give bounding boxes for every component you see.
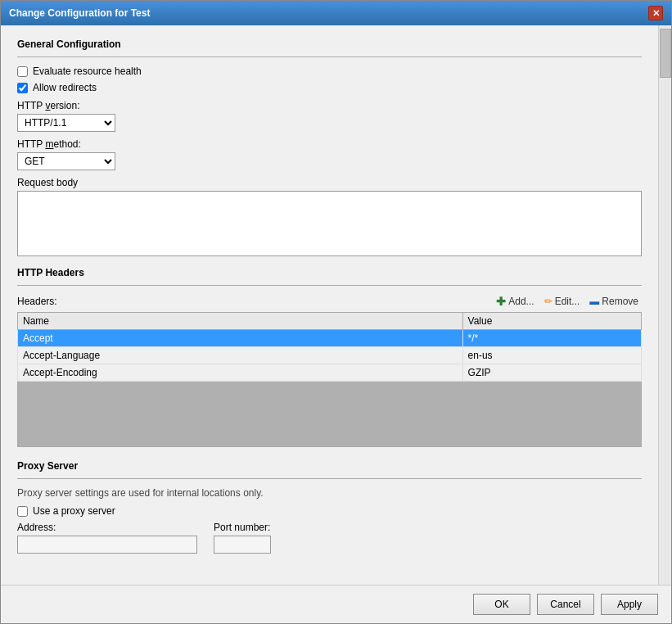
request-body-label: Request body bbox=[17, 177, 642, 188]
allow-redirects-label: Allow redirects bbox=[33, 82, 97, 93]
edit-label: Edit... bbox=[555, 296, 580, 307]
table-row[interactable]: Accept-Encoding GZIP bbox=[18, 364, 642, 382]
use-proxy-label: Use a proxy server bbox=[33, 505, 115, 517]
proxy-server-section: Proxy Server Proxy server settings are u… bbox=[17, 460, 642, 554]
proxy-description: Proxy server settings are used for inter… bbox=[17, 487, 642, 499]
evaluate-health-row: Evaluate resource health bbox=[17, 66, 642, 77]
headers-label: Headers: bbox=[17, 296, 57, 307]
address-field: Address: bbox=[17, 522, 197, 554]
http-headers-title: HTTP Headers bbox=[17, 267, 642, 278]
row-value: */* bbox=[462, 330, 641, 347]
evaluate-health-checkbox[interactable] bbox=[17, 66, 28, 77]
row-value: GZIP bbox=[462, 364, 641, 382]
row-name: Accept bbox=[18, 330, 463, 347]
row-name: Accept-Language bbox=[18, 347, 463, 364]
http-version-label: HTTP version: bbox=[17, 100, 642, 111]
scroll-content: General Configuration Evaluate resource … bbox=[1, 25, 658, 585]
headers-table: Name Value Accept */* Accept-Language en… bbox=[17, 312, 642, 447]
http-headers-section: HTTP Headers Headers: ✚ Add... ✏ Edit...… bbox=[17, 267, 642, 447]
table-empty-row bbox=[18, 382, 642, 447]
proxy-server-divider bbox=[17, 478, 642, 479]
http-method-label: HTTP method: bbox=[17, 138, 642, 150]
port-field: Port number: bbox=[214, 522, 271, 554]
port-label: Port number: bbox=[214, 522, 271, 533]
allow-redirects-checkbox[interactable] bbox=[17, 83, 28, 93]
general-config-title: General Configuration bbox=[17, 38, 642, 50]
http-headers-divider bbox=[17, 285, 642, 286]
apply-button[interactable]: Apply bbox=[601, 594, 658, 615]
evaluate-health-label: Evaluate resource health bbox=[33, 66, 142, 77]
remove-label: Remove bbox=[602, 296, 638, 307]
address-label: Address: bbox=[17, 522, 197, 533]
headers-toolbar: Headers: ✚ Add... ✏ Edit... ▬ Remove bbox=[17, 294, 642, 309]
scrollbar-track[interactable] bbox=[658, 25, 671, 585]
scrollbar-thumb[interactable] bbox=[660, 29, 671, 78]
use-proxy-row: Use a proxy server bbox=[17, 505, 642, 517]
row-name: Accept-Encoding bbox=[18, 364, 463, 382]
close-button[interactable]: ✕ bbox=[648, 6, 663, 20]
request-body-textarea[interactable] bbox=[17, 191, 642, 256]
use-proxy-checkbox[interactable] bbox=[17, 506, 28, 517]
dialog: Change Configuration for Test ✕ General … bbox=[0, 0, 672, 624]
dialog-title: Change Configuration for Test bbox=[9, 7, 150, 19]
remove-icon: ▬ bbox=[589, 296, 599, 307]
allow-redirects-row: Allow redirects bbox=[17, 82, 642, 93]
http-method-select[interactable]: GET POST PUT DELETE HEAD bbox=[17, 152, 115, 170]
proxy-server-title: Proxy Server bbox=[17, 460, 642, 472]
general-config-section: General Configuration Evaluate resource … bbox=[17, 38, 642, 259]
dialog-body: General Configuration Evaluate resource … bbox=[1, 25, 671, 585]
address-port-row: Address: Port number: bbox=[17, 522, 642, 554]
table-row[interactable]: Accept-Language en-us bbox=[18, 347, 642, 364]
row-value: en-us bbox=[462, 347, 641, 364]
remove-header-button[interactable]: ▬ Remove bbox=[586, 295, 642, 308]
port-input[interactable] bbox=[214, 536, 271, 554]
title-bar: Change Configuration for Test ✕ bbox=[1, 1, 671, 25]
table-row[interactable]: Accept */* bbox=[18, 330, 642, 347]
footer: OK Cancel Apply bbox=[1, 585, 671, 623]
address-input[interactable] bbox=[17, 536, 197, 554]
add-header-button[interactable]: ✚ Add... bbox=[493, 294, 537, 309]
ok-button[interactable]: OK bbox=[473, 594, 530, 615]
add-label: Add... bbox=[508, 296, 534, 307]
cancel-button[interactable]: Cancel bbox=[537, 594, 594, 615]
edit-header-button[interactable]: ✏ Edit... bbox=[541, 295, 584, 308]
general-config-divider bbox=[17, 57, 642, 57]
add-icon: ✚ bbox=[496, 295, 506, 308]
col-value-header: Value bbox=[462, 313, 641, 330]
http-version-select[interactable]: HTTP/1.1 HTTP/1.0 bbox=[17, 114, 115, 132]
edit-icon: ✏ bbox=[544, 296, 552, 307]
col-name-header: Name bbox=[18, 313, 463, 330]
